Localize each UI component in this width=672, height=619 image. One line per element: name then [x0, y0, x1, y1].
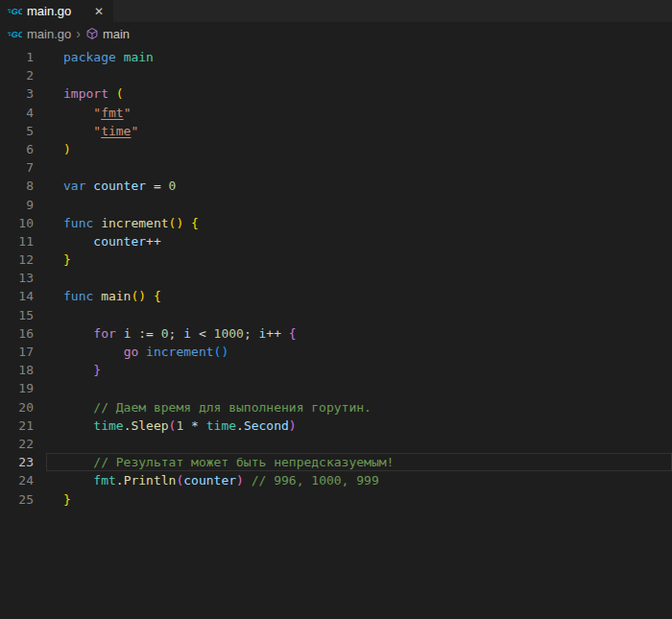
code-line-content: var counter = 0	[46, 177, 672, 195]
code-token: {	[154, 289, 161, 303]
code-line[interactable]: 3import (	[0, 84, 672, 103]
code-line[interactable]: 9	[0, 196, 672, 214]
code-line[interactable]: 6)	[0, 140, 672, 158]
line-number[interactable]: 3	[0, 84, 46, 103]
code-line[interactable]: 12}	[0, 250, 672, 269]
go-logo-icon: GO	[8, 27, 22, 41]
code-line-content: fmt.Println(counter) // 996, 1000, 999	[46, 471, 672, 489]
code-line[interactable]: 17 go increment()	[0, 343, 672, 361]
code-editor[interactable]: 1package main23import (4 "fmt"5 "time"6)…	[0, 45, 672, 509]
svg-text:GO: GO	[12, 7, 22, 16]
code-line[interactable]: 1package main	[0, 48, 672, 66]
line-number[interactable]: 16	[0, 324, 46, 343]
code-line[interactable]: 4 "fmt"	[0, 104, 672, 122]
package-cube-icon	[85, 27, 99, 40]
code-token	[244, 473, 252, 488]
code-line[interactable]: 23 // Результат может быть непредсказуем…	[0, 453, 672, 471]
code-line-content	[46, 66, 672, 84]
line-number[interactable]: 7	[0, 158, 46, 177]
code-line-content: // Даем время для выполнения горутин.	[46, 398, 672, 417]
line-number[interactable]: 11	[0, 232, 46, 250]
code-token	[183, 216, 191, 230]
code-token: main	[101, 289, 131, 303]
code-token: time	[206, 418, 236, 433]
code-token	[63, 345, 124, 359]
line-number[interactable]: 14	[0, 287, 46, 305]
line-number[interactable]: 6	[0, 140, 46, 158]
code-token: ()	[169, 216, 184, 230]
code-line[interactable]: 13	[0, 269, 672, 287]
line-number[interactable]: 19	[0, 379, 46, 397]
code-line[interactable]: 25}	[0, 490, 672, 509]
line-number[interactable]: 1	[0, 48, 46, 66]
breadcrumb: GO main.go › main	[0, 22, 672, 45]
tab-main-go[interactable]: GO main.go ✕	[0, 0, 113, 22]
line-number[interactable]: 13	[0, 269, 46, 287]
code-token: "	[131, 124, 138, 138]
line-number[interactable]: 5	[0, 122, 46, 140]
code-line[interactable]: 20 // Даем время для выполнения горутин.	[0, 398, 672, 417]
line-number[interactable]: 4	[0, 104, 46, 122]
code-token: 0	[161, 326, 169, 341]
code-token: Second	[244, 418, 289, 433]
code-line[interactable]: 15	[0, 306, 672, 324]
line-number[interactable]: 22	[0, 435, 46, 453]
svg-text:GO: GO	[12, 29, 22, 38]
line-number[interactable]: 18	[0, 361, 46, 379]
line-number[interactable]: 9	[0, 196, 46, 214]
code-line[interactable]: 22	[0, 435, 672, 453]
vscode-window: GO main.go ✕ GO main.go ›	[0, 0, 672, 619]
code-line[interactable]: 8var counter = 0	[0, 177, 672, 195]
line-number[interactable]: 21	[0, 417, 46, 435]
code-lines: 1package main23import (4 "fmt"5 "time"6)…	[0, 48, 672, 509]
code-token: time	[93, 418, 123, 433]
code-line-content: for i := 0; i < 1000; i++ {	[46, 324, 672, 343]
code-line[interactable]: 16 for i := 0; i < 1000; i++ {	[0, 324, 672, 343]
code-line[interactable]: 5 "time"	[0, 122, 672, 140]
code-token: }	[63, 252, 71, 267]
code-line[interactable]: 14func main() {	[0, 287, 672, 305]
code-token	[146, 289, 154, 303]
breadcrumb-file[interactable]: GO main.go	[8, 27, 71, 41]
code-token: :=	[138, 326, 154, 341]
line-number[interactable]: 20	[0, 398, 46, 417]
code-token: Println	[124, 473, 177, 488]
code-line-content: "time"	[46, 122, 672, 140]
code-line[interactable]: 11 counter++	[0, 232, 672, 250]
code-token: fmt	[101, 106, 123, 120]
code-line[interactable]: 24 fmt.Println(counter) // 996, 1000, 99…	[0, 471, 672, 489]
code-token: ++	[266, 326, 281, 341]
line-number[interactable]: 17	[0, 343, 46, 361]
code-line-content	[46, 196, 672, 214]
code-token: "	[93, 106, 101, 120]
code-line[interactable]: 19	[0, 379, 672, 397]
code-token: ;	[169, 326, 184, 341]
breadcrumb-symbol[interactable]: main	[85, 27, 130, 41]
line-number[interactable]: 12	[0, 250, 46, 269]
code-token: (	[116, 86, 124, 101]
code-token: i	[183, 326, 191, 341]
code-token: time	[101, 124, 131, 138]
code-line[interactable]: 7	[0, 158, 672, 177]
code-line-content	[46, 158, 672, 177]
code-token: {	[289, 326, 297, 341]
code-line[interactable]: 18 }	[0, 361, 672, 379]
code-token	[206, 326, 214, 341]
code-line[interactable]: 10func increment() {	[0, 214, 672, 232]
line-number[interactable]: 8	[0, 177, 46, 195]
line-number[interactable]: 2	[0, 66, 46, 84]
code-line[interactable]: 2	[0, 66, 672, 84]
code-line-content: go increment()	[46, 343, 672, 361]
line-number[interactable]: 24	[0, 471, 46, 489]
code-line[interactable]: 21 time.Sleep(1 * time.Second)	[0, 417, 672, 435]
line-number[interactable]: 23	[0, 453, 46, 471]
line-number[interactable]: 25	[0, 490, 46, 509]
code-line-content: "fmt"	[46, 104, 672, 122]
code-token	[63, 326, 93, 341]
line-number[interactable]: 15	[0, 306, 46, 324]
line-number[interactable]: 10	[0, 214, 46, 232]
code-token: main	[124, 50, 154, 64]
close-icon[interactable]: ✕	[94, 6, 104, 17]
code-line-content: }	[46, 490, 672, 509]
code-token	[93, 289, 101, 303]
